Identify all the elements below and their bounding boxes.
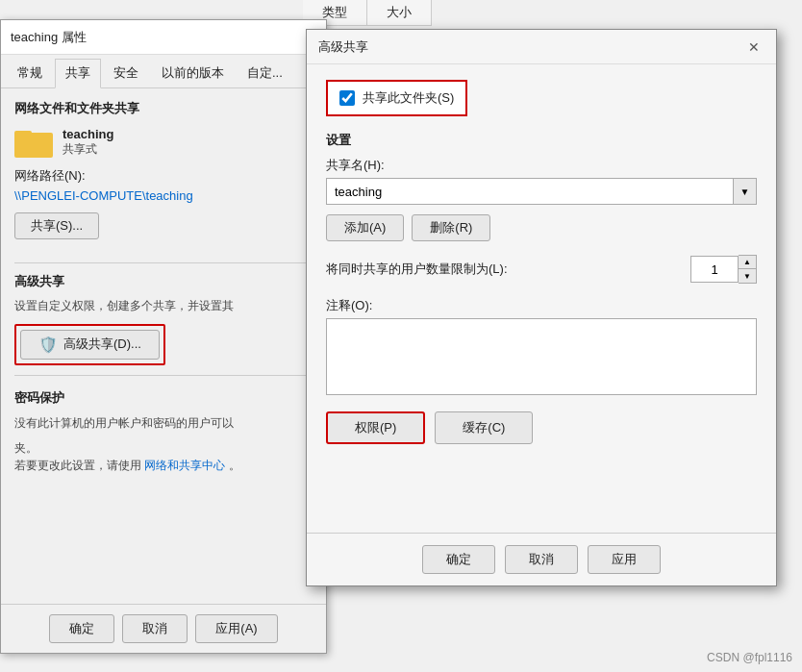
password-desc3: 若要更改此设置，请使用 网络和共享中心 。	[14, 457, 313, 474]
share-name-label: 共享名(H):	[326, 157, 757, 174]
advanced-sharing-dialog: 高级共享 ✕ 共享此文件夹(S) 设置 共享名(H): ▼ 添加(A) 删除(R…	[306, 29, 777, 586]
adv-cancel-button[interactable]: 取消	[505, 545, 578, 574]
divider1	[14, 262, 313, 263]
props-titlebar: teaching 属性	[1, 20, 326, 55]
password-desc2: 夹。	[14, 439, 313, 457]
adv-ok-button[interactable]: 确定	[422, 545, 495, 574]
tab-security[interactable]: 安全	[103, 59, 149, 87]
adv-apply-button[interactable]: 应用	[588, 545, 661, 574]
spinner-up-arrow[interactable]: ▲	[739, 256, 756, 269]
share-folder-checkbox-row: 共享此文件夹(S)	[326, 80, 467, 116]
password-title: 密码保护	[14, 389, 313, 407]
props-body: 网络文件和文件夹共享 teaching 共享式 网络路径(N): \\PENGL…	[1, 88, 326, 493]
advanced-share-title: 高级共享	[14, 273, 313, 290]
net-path-value: \\PENGLEI-COMPUTE\teaching	[14, 188, 313, 203]
props-ok-button[interactable]: 确定	[49, 614, 114, 643]
add-button[interactable]: 添加(A)	[326, 214, 404, 241]
advanced-btn-highlight-box: 🛡️ 高级共享(D)...	[14, 324, 165, 365]
props-title: teaching 属性	[11, 29, 87, 46]
limit-input[interactable]	[690, 256, 739, 283]
advanced-btn-label: 高级共享(D)...	[63, 336, 141, 353]
share-name-dropdown-arrow[interactable]: ▼	[734, 178, 757, 205]
divider2	[14, 375, 313, 376]
props-tabs: 常规 共享 安全 以前的版本 自定...	[1, 55, 326, 88]
adv-title: 高级共享	[318, 38, 368, 56]
permissions-button[interactable]: 权限(P)	[326, 411, 425, 444]
password-desc4: 。	[229, 459, 240, 472]
folder-type: 共享式	[63, 141, 113, 158]
adv-titlebar: 高级共享 ✕	[307, 30, 776, 64]
remove-button[interactable]: 删除(R)	[412, 214, 490, 241]
folder-info: teaching 共享式	[63, 127, 113, 158]
folder-row: teaching 共享式	[14, 127, 313, 158]
share-name-row: ▼	[326, 178, 757, 205]
folder-name: teaching	[63, 127, 113, 141]
props-apply-button[interactable]: 应用(A)	[195, 614, 277, 643]
password-desc-text: 若要更改此设置，请使用	[14, 459, 141, 472]
spinner-arrows: ▲ ▼	[739, 255, 757, 284]
tab-share[interactable]: 共享	[55, 59, 101, 88]
props-footer: 确定 取消 应用(A)	[1, 604, 326, 653]
notes-label: 注释(O):	[326, 297, 757, 314]
watermark: CSDN @fpl1116	[707, 651, 792, 664]
limit-row: 将同时共享的用户数量限制为(L): ▲ ▼	[326, 255, 757, 284]
network-share-center-link[interactable]: 网络和共享中心	[144, 459, 225, 472]
col-size: 大小	[367, 0, 432, 25]
limit-label: 将同时共享的用户数量限制为(L):	[326, 261, 681, 278]
notes-textarea[interactable]	[326, 318, 757, 395]
folder-icon	[14, 127, 53, 158]
props-cancel-button[interactable]: 取消	[122, 614, 188, 643]
properties-dialog: teaching 属性 常规 共享 安全 以前的版本 自定... 网络文件和文件…	[0, 19, 327, 654]
advanced-share-section: 高级共享 设置自定义权限，创建多个共享，并设置其 🛡️ 高级共享(D)...	[14, 273, 313, 365]
share-folder-checkbox[interactable]	[339, 90, 355, 106]
adv-close-button[interactable]: ✕	[743, 37, 764, 58]
perms-cache-row: 权限(P) 缓存(C)	[326, 411, 757, 444]
advanced-share-button[interactable]: 🛡️ 高级共享(D)...	[20, 330, 160, 360]
network-share-section-title: 网络文件和文件夹共享	[14, 100, 313, 117]
cache-button[interactable]: 缓存(C)	[435, 411, 533, 444]
settings-section: 设置 共享名(H): ▼ 添加(A) 删除(R) 将同时共享的用户数量限制为(L…	[326, 132, 757, 444]
tab-general[interactable]: 常规	[7, 59, 53, 87]
share-button[interactable]: 共享(S)...	[14, 212, 99, 239]
add-remove-row: 添加(A) 删除(R)	[326, 214, 757, 241]
tab-customize[interactable]: 自定...	[237, 59, 293, 87]
spinner-down-arrow[interactable]: ▼	[739, 269, 756, 283]
share-folder-checkbox-label: 共享此文件夹(S)	[363, 89, 454, 107]
net-path-label: 网络路径(N):	[14, 167, 313, 185]
share-name-input[interactable]	[326, 178, 734, 205]
limit-spinner: ▲ ▼	[690, 255, 757, 284]
password-section: 密码保护 没有此计算机的用户帐户和密码的用户可以 夹。 若要更改此设置，请使用 …	[14, 389, 313, 474]
tab-previous-versions[interactable]: 以前的版本	[151, 59, 235, 87]
password-desc1: 没有此计算机的用户帐户和密码的用户可以	[14, 414, 313, 432]
advanced-share-desc: 设置自定义权限，创建多个共享，并设置其	[14, 298, 313, 314]
adv-footer: 确定 取消 应用	[307, 533, 776, 585]
settings-label: 设置	[326, 132, 757, 149]
adv-body: 共享此文件夹(S) 设置 共享名(H): ▼ 添加(A) 删除(R) 将同时共享…	[307, 64, 776, 479]
advanced-btn-icon: 🛡️	[38, 336, 58, 354]
